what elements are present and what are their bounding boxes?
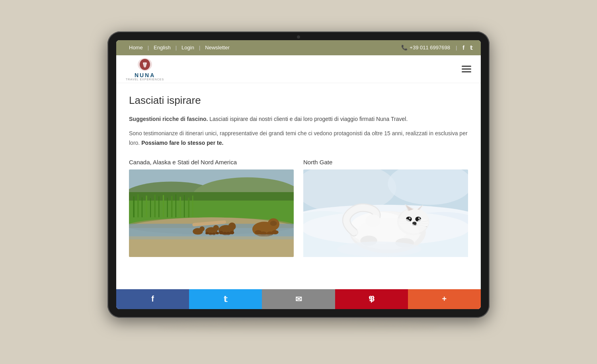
nav-login-link[interactable]: Login bbox=[177, 45, 199, 51]
svg-point-34 bbox=[228, 223, 236, 230]
hamburger-line-3 bbox=[462, 71, 471, 72]
svg-rect-16 bbox=[176, 195, 176, 218]
svg-rect-11 bbox=[154, 195, 156, 218]
logo-area[interactable]: NUNA TRAVEL EXPERIENCES bbox=[126, 57, 164, 81]
svg-point-68 bbox=[413, 222, 416, 224]
nav-english-link[interactable]: English bbox=[149, 45, 176, 51]
svg-point-35 bbox=[219, 231, 223, 234]
cards-row: Canada, Alaska e Stati del Nord America bbox=[129, 159, 468, 257]
hamburger-menu[interactable] bbox=[462, 66, 471, 72]
pinterest-icon: 𝕻 bbox=[369, 294, 374, 304]
svg-rect-13 bbox=[163, 195, 164, 218]
intro-bold-text: Lasciati ispirare dai nostri clienti e d… bbox=[209, 116, 408, 122]
email-share-button[interactable]: ✉ bbox=[262, 289, 335, 309]
svg-rect-18 bbox=[184, 195, 185, 218]
svg-rect-10 bbox=[150, 198, 151, 218]
nav-newsletter-link[interactable]: Newsletter bbox=[200, 45, 234, 51]
facebook-nav-icon[interactable]: f bbox=[462, 45, 464, 51]
phone-number: 📞 +39 011 6997698 bbox=[401, 45, 450, 51]
svg-rect-14 bbox=[167, 198, 168, 218]
hamburger-line-2 bbox=[462, 68, 471, 70]
svg-point-44 bbox=[216, 232, 219, 234]
card-canada-image bbox=[129, 169, 294, 257]
svg-point-66 bbox=[418, 218, 420, 219]
pinterest-share-button[interactable]: 𝕻 bbox=[335, 289, 408, 309]
twitter-share-button[interactable]: 𝕥 bbox=[189, 289, 262, 309]
card-canada[interactable]: Canada, Alaska e Stati del Nord America bbox=[129, 159, 294, 257]
facebook-icon: f bbox=[151, 294, 154, 304]
svg-point-65 bbox=[409, 218, 410, 219]
svg-rect-12 bbox=[158, 197, 159, 218]
intro-cta: Possiamo fare lo stesso per te. bbox=[141, 140, 223, 146]
card-canada-title: Canada, Alaska e Stati del Nord America bbox=[129, 159, 294, 165]
intro-bold-prefix: Suggestioni ricche di fascino. bbox=[129, 116, 208, 122]
svg-rect-17 bbox=[179, 197, 181, 218]
svg-point-75 bbox=[417, 219, 429, 227]
svg-point-28 bbox=[270, 221, 277, 226]
camera-notch bbox=[297, 35, 300, 39]
page-title: Lasciati ispirare bbox=[129, 94, 468, 107]
svg-rect-15 bbox=[171, 196, 172, 218]
svg-point-79 bbox=[337, 242, 421, 257]
nav-home-link[interactable]: Home bbox=[124, 45, 148, 51]
svg-point-32 bbox=[272, 230, 279, 235]
svg-rect-8 bbox=[142, 197, 142, 218]
tablet-screen: Home | English | Login | Newsletter 📞 +3… bbox=[116, 40, 481, 309]
svg-rect-48 bbox=[129, 235, 294, 240]
svg-rect-9 bbox=[146, 196, 147, 218]
logo-subtext: TRAVEL EXPERIENCES bbox=[126, 78, 164, 81]
main-content: Lasciati ispirare Suggestioni ricche di … bbox=[116, 83, 481, 289]
top-nav-bar: Home | English | Login | Newsletter 📞 +3… bbox=[116, 40, 481, 55]
more-icon: + bbox=[442, 294, 447, 304]
svg-rect-6 bbox=[133, 197, 135, 218]
more-share-button[interactable]: + bbox=[408, 289, 481, 309]
tablet-device: Home | English | Login | Newsletter 📞 +3… bbox=[107, 31, 490, 318]
top-nav-right: 📞 +39 011 6997698 | f 𝕥 bbox=[401, 45, 473, 51]
hamburger-line-1 bbox=[462, 66, 471, 67]
social-share-bar: f 𝕥 ✉ 𝕻 + bbox=[116, 289, 481, 309]
card-northgate[interactable]: North Gate bbox=[303, 159, 468, 257]
top-nav-links: Home | English | Login | Newsletter bbox=[124, 45, 234, 51]
svg-point-40 bbox=[213, 225, 219, 231]
tablet-reflection bbox=[159, 321, 438, 333]
svg-point-46 bbox=[199, 226, 205, 232]
site-header: NUNA TRAVEL EXPERIENCES bbox=[116, 55, 481, 83]
intro-text-paragraph: Sono testimonianze di itinerari unici, r… bbox=[129, 129, 468, 148]
svg-point-38 bbox=[230, 231, 234, 234]
card-northgate-title: North Gate bbox=[303, 159, 468, 165]
svg-rect-19 bbox=[188, 198, 189, 218]
email-icon: ✉ bbox=[295, 294, 302, 304]
svg-rect-7 bbox=[137, 195, 139, 218]
svg-rect-20 bbox=[192, 196, 193, 218]
twitter-nav-icon[interactable]: 𝕥 bbox=[470, 45, 473, 51]
svg-rect-47 bbox=[129, 237, 294, 257]
intro-bold-paragraph: Suggestioni ricche di fascino. Lasciati … bbox=[129, 115, 468, 123]
social-separator: | bbox=[456, 45, 457, 51]
phone-icon: 📞 bbox=[401, 45, 408, 51]
svg-point-41 bbox=[205, 232, 209, 234]
card-northgate-image bbox=[303, 169, 468, 257]
logo-text: NUNA bbox=[135, 72, 155, 78]
facebook-share-button[interactable]: f bbox=[116, 289, 189, 309]
logo-icon bbox=[137, 57, 153, 72]
twitter-icon: 𝕥 bbox=[224, 294, 227, 304]
